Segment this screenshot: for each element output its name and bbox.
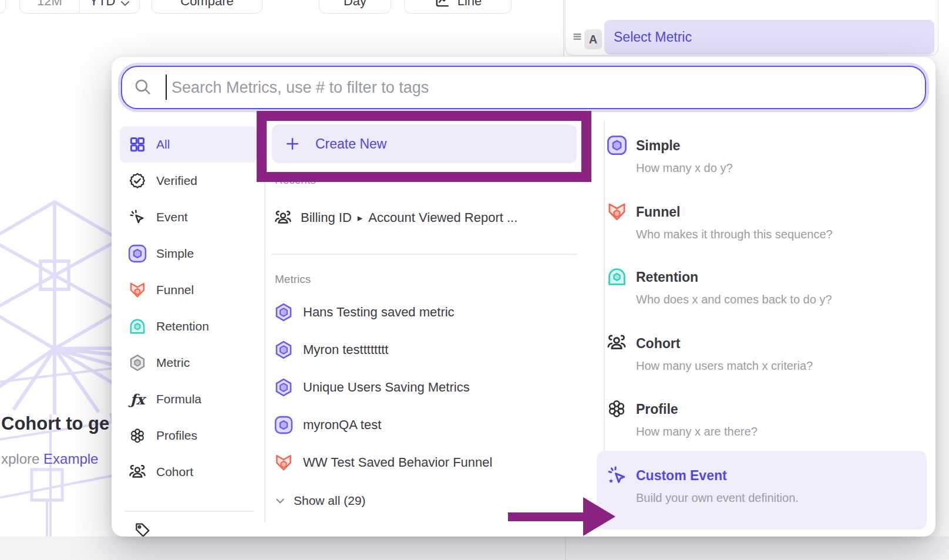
recent-item[interactable]: Billing ID▸Account Viewed Report ... [274,205,517,231]
recents-header: Recents [275,174,316,187]
cohort-icon [606,332,627,356]
plus-icon [285,136,300,151]
sidebar-item-retention[interactable]: Retention [120,308,258,345]
sidebar-item-label: Profiles [156,429,197,443]
metric-type-row-retention[interactable]: Retention Who does x and comes back to d… [597,267,927,308]
sidebar-item-profiles[interactable]: Profiles [120,417,258,454]
saved-metric-row[interactable]: Hans Testing saved metric [274,299,455,325]
chart-type-line-button[interactable]: Line [404,0,511,14]
metric-type-row-custom-event[interactable]: Custom Event Build your own event defini… [597,451,927,529]
breadcrumb-arrow: ▸ [358,212,363,224]
metric-type-title: Retention [636,267,927,287]
compare-button[interactable]: Compare [152,0,263,14]
metric-type-description: How many users match x criteria? [636,357,927,375]
explore-example-link[interactable]: Example [43,451,98,467]
sidebar-item-all[interactable]: All [120,126,258,163]
bottom-background-band [0,537,949,560]
saved-metric-label: Hans Testing saved metric [303,305,455,320]
show-all-label: Show all (29) [294,494,366,508]
retention-icon [606,266,628,290]
saved-metric-row[interactable]: Unique Users Saving Metrics [274,375,470,400]
cohort-icon [274,208,292,227]
metric-type-description: Build your own event definition. [636,489,927,507]
compare-label: Compare [180,0,233,9]
metrics-header: Metrics [275,273,311,286]
sidebar-item-cohort[interactable]: Cohort [120,454,258,490]
sidebar-item-label: Metric [156,356,190,370]
saved-metric-label: myronQA test [303,417,381,433]
create-new-label: Create New [315,136,386,152]
saved-metric-label: Unique Users Saving Metrics [303,380,470,395]
time-range-12m-label: 12M [37,0,62,9]
sidebar-item-event[interactable]: Event [120,199,258,235]
metric-hexagon-icon [127,353,148,372]
select-metric-field[interactable]: Select Metric [604,20,934,55]
saved-metric-label: Myron testttttttt [303,342,388,357]
search-input[interactable] [170,70,901,104]
column-divider-left [264,120,265,522]
verified-badge-icon [127,172,148,190]
sidebar-item-formula[interactable]: ƒxFormula [120,381,258,417]
select-metric-placeholder: Select Metric [614,29,692,45]
search-icon [133,77,153,99]
saved-metric-label: WW Test Saved Behavior Funnel [303,455,492,470]
metric-query-panel: A Select Metric [565,0,938,56]
profiles-icon [606,398,627,421]
funnel-icon [127,281,148,299]
toolbar-button-fragment[interactable] [0,0,6,14]
metric-type-row-funnel[interactable]: Funnel Who makes it through this sequenc… [597,202,927,243]
recent-item-detail: Account Viewed Report ... [368,210,517,225]
series-a-badge: A [584,29,602,49]
sidebar-item-label: Formula [156,392,201,406]
sidebar-item-label: Retention [156,319,209,333]
formula-icon: ƒx [127,391,148,408]
saved-metric-row[interactable]: myronQA test [274,412,381,438]
metric-type-title: Cohort [636,333,927,353]
text-cursor [166,75,167,100]
metric-type-row-simple[interactable]: Simple How many x do y? [597,136,927,177]
panel-divider-top [563,0,564,57]
section-divider [272,254,577,255]
onboarding-headline: Cohort to ge [1,413,109,434]
sidebar-item-partial-tags[interactable] [134,521,152,537]
drag-handle-icon[interactable] [571,30,584,45]
simple-metric-icon [274,415,294,435]
funnel-icon [274,453,294,473]
granularity-day-button[interactable]: Day [319,0,391,14]
sidebar-item-label: Cohort [156,465,193,479]
show-all-toggle[interactable]: Show all (29) [274,489,366,512]
explore-prefix: xplore [1,451,39,467]
time-range-button-group: 12M YTD [19,0,140,14]
sidebar-item-verified[interactable]: Verified [120,163,258,199]
simple-metric-icon [127,244,148,264]
chart-type-label: Line [457,0,482,9]
saved-metric-row[interactable]: WW Test Saved Behavior Funnel [274,450,492,475]
funnel-icon [606,201,628,225]
sidebar-item-metric[interactable]: Metric [120,345,258,381]
metric-type-row-profile[interactable]: Profile How many x are there? [597,399,927,440]
grid-icon [127,136,148,153]
tag-icon [134,530,152,537]
sidebar-item-funnel[interactable]: Funnel [120,272,258,308]
metric-picker-modal: All Verified Event Simple Funnel Retenti [112,57,935,537]
metric-type-title: Funnel [636,202,927,222]
sidebar-item-label: All [156,137,170,151]
explore-line: xplore Example [1,451,98,467]
sidebar-item-label: Event [156,210,188,224]
metric-type-description: Who makes it through this sequence? [636,225,927,243]
metric-type-row-cohort[interactable]: Cohort How many users match x criteria? [597,333,927,375]
time-range-ytd-button[interactable]: YTD [79,0,139,13]
profiles-icon [127,427,148,444]
saved-metric-row[interactable]: Myron testttttttt [274,337,388,363]
metric-type-title: Custom Event [636,465,927,485]
time-range-12m-button[interactable]: 12M [20,0,79,13]
chevron-down-icon [274,494,287,507]
metric-type-description: Who does x and comes back to do y? [636,291,927,308]
metric-type-description: How many x are there? [636,423,927,440]
simple-metric-icon [606,134,628,158]
create-new-button[interactable]: Create New [272,124,577,163]
sidebar-item-simple[interactable]: Simple [120,235,258,272]
cohort-icon [127,463,148,481]
sidebar-item-label: Funnel [156,283,194,297]
metric-search-box[interactable] [121,66,926,109]
